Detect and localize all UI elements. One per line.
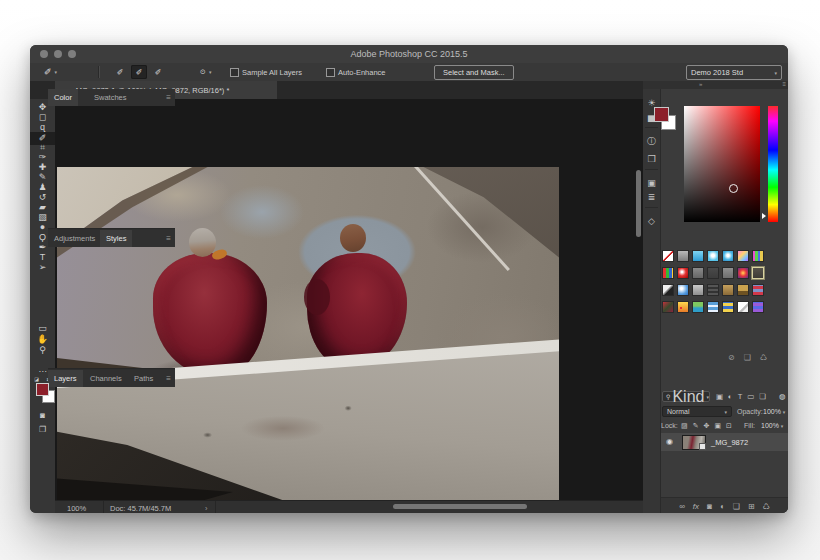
hand-tool[interactable]: ✋: [30, 334, 55, 345]
layer-row[interactable]: ◉ _MG_9872: [661, 433, 788, 451]
layer-mask-icon[interactable]: ◙: [707, 502, 712, 511]
filter-toggle-icon[interactable]: ◍: [779, 392, 786, 401]
style-swatch-19[interactable]: [722, 284, 734, 296]
zoom-tool[interactable]: ⚲: [30, 345, 55, 356]
style-swatch-28[interactable]: [752, 301, 764, 313]
brush-options-picker[interactable]: ⊙ ▾: [200, 63, 211, 81]
new-selection-mode[interactable]: ✐: [112, 65, 128, 79]
lock-pixels-icon[interactable]: ✎: [693, 422, 699, 430]
style-swatch-22[interactable]: [662, 301, 674, 313]
zoom-level-field[interactable]: 100%: [67, 504, 86, 513]
opacity-value[interactable]: 100% ▾: [763, 408, 785, 415]
adjustment-layer-icon[interactable]: ◐: [720, 502, 725, 511]
style-swatch-23[interactable]: [677, 301, 689, 313]
tab-swatches[interactable]: Swatches: [88, 89, 133, 106]
style-swatch-13[interactable]: [737, 267, 749, 279]
sample-all-layers-checkbox[interactable]: Sample All Layers: [230, 63, 302, 81]
delete-layer-icon[interactable]: ♺: [763, 502, 770, 511]
add-to-selection-mode[interactable]: ✐: [131, 65, 147, 79]
lock-transparency-icon[interactable]: ▨: [681, 422, 688, 430]
3d-icon[interactable]: ◇: [643, 217, 660, 226]
blend-mode-dropdown[interactable]: Normal ▾: [662, 406, 732, 417]
style-swatch-15[interactable]: [662, 284, 674, 296]
layer-effects-icon[interactable]: fx: [693, 502, 699, 511]
dock-menu-icon[interactable]: ≡: [782, 81, 785, 87]
layer-name[interactable]: _MG_9872: [711, 438, 748, 447]
subtract-from-selection-mode[interactable]: ✐: [150, 65, 166, 79]
layer-group-icon[interactable]: ❏: [733, 502, 740, 511]
photo-canvas[interactable]: [57, 167, 559, 502]
panel-menu-icon[interactable]: ≡: [166, 93, 171, 102]
tab-paths[interactable]: Paths: [128, 370, 159, 387]
style-swatch-6[interactable]: [737, 250, 749, 262]
lock-position-icon[interactable]: ✥: [704, 422, 710, 430]
collapse-panels-icon[interactable]: »: [699, 81, 701, 87]
panel-menu-icon[interactable]: ≡: [166, 374, 171, 383]
style-swatch-16[interactable]: [677, 284, 689, 296]
style-swatch-9[interactable]: [677, 267, 689, 279]
shape-tool[interactable]: ▭: [30, 323, 55, 334]
panel-menu-icon[interactable]: ≡: [166, 234, 171, 243]
tab-adjustments[interactable]: Adjustments: [48, 230, 101, 247]
libraries-icon[interactable]: ❒: [643, 155, 660, 164]
style-swatch-2[interactable]: [677, 250, 689, 262]
lock-all-icon[interactable]: ⊡: [726, 422, 732, 430]
new-layer-icon[interactable]: ⊞: [748, 502, 755, 511]
foreground-color-swatch[interactable]: [36, 383, 49, 396]
quick-mask-icon[interactable]: ◙: [30, 411, 55, 420]
path-selection-tool[interactable]: ➢: [30, 262, 55, 273]
style-swatch-3[interactable]: [692, 250, 704, 262]
navigator-icon[interactable]: ▣: [643, 179, 660, 188]
tab-styles[interactable]: Styles: [100, 230, 132, 247]
vertical-scrollbar-thumb[interactable]: [636, 170, 641, 237]
style-swatch-14[interactable]: [752, 267, 764, 279]
hue-slider[interactable]: [768, 106, 778, 222]
saturation-brightness-field[interactable]: [684, 106, 760, 222]
style-swatch-4[interactable]: [707, 250, 719, 262]
select-and-mask-button[interactable]: Select and Mask...: [434, 65, 514, 80]
style-swatch-17[interactable]: [692, 284, 704, 296]
color-picker-cursor[interactable]: [729, 184, 738, 193]
link-layers-icon[interactable]: ∞: [679, 502, 685, 511]
style-swatch-26[interactable]: [722, 301, 734, 313]
new-style-icon[interactable]: ❏: [744, 353, 751, 362]
style-swatch-7[interactable]: [752, 250, 764, 262]
layer-filter-kind-dropdown[interactable]: ⚲ Kind ▾: [662, 391, 710, 402]
screen-mode-icon[interactable]: ❐: [30, 425, 55, 434]
delete-style-icon[interactable]: ♺: [760, 353, 767, 362]
fill-value[interactable]: 100% ▾: [761, 422, 783, 429]
layer-visibility-eye-icon[interactable]: ◉: [666, 437, 673, 446]
lock-artboard-icon[interactable]: ▣: [714, 422, 721, 430]
horizontal-scrollbar-thumb[interactable]: [393, 504, 527, 509]
status-menu-chevron[interactable]: ›: [205, 504, 208, 513]
workspace-switcher[interactable]: Demo 2018 Std ▾: [686, 65, 782, 80]
tab-color[interactable]: Color: [48, 89, 78, 106]
style-swatch-20[interactable]: [737, 284, 749, 296]
auto-enhance-checkbox[interactable]: Auto-Enhance: [326, 63, 386, 81]
tab-layers[interactable]: Layers: [48, 370, 83, 387]
smart-object-filter-icon[interactable]: ❏: [759, 392, 766, 401]
pixel-filter-icon[interactable]: ▣: [716, 392, 723, 401]
style-swatch-27[interactable]: [737, 301, 749, 313]
clear-style-icon[interactable]: ⊘: [728, 353, 735, 362]
style-swatch-8[interactable]: [662, 267, 674, 279]
style-swatch-10[interactable]: [692, 267, 704, 279]
style-swatch-25[interactable]: [707, 301, 719, 313]
style-swatch-18[interactable]: [707, 284, 719, 296]
shape-filter-icon[interactable]: ▭: [747, 392, 754, 401]
info-icon[interactable]: ⓘ: [643, 137, 660, 146]
canvas-area[interactable]: 100% Doc: 45.7M/45.7M ›: [55, 99, 643, 513]
tab-channels[interactable]: Channels: [84, 370, 128, 387]
type-filter-icon[interactable]: T: [738, 392, 743, 401]
style-swatch-11[interactable]: [707, 267, 719, 279]
tool-preset-picker[interactable]: ✐ ▾: [44, 63, 57, 81]
adjustment-filter-icon[interactable]: ◐: [728, 392, 733, 401]
style-swatch-21[interactable]: [752, 284, 764, 296]
layer-thumbnail[interactable]: [682, 435, 706, 450]
style-swatch-5[interactable]: [722, 250, 734, 262]
notes-icon[interactable]: ≣: [643, 193, 660, 202]
style-swatch-1[interactable]: [662, 250, 674, 262]
color-panel-foreground-swatch[interactable]: [654, 107, 669, 122]
style-swatch-24[interactable]: [692, 301, 704, 313]
style-swatch-12[interactable]: [722, 267, 734, 279]
